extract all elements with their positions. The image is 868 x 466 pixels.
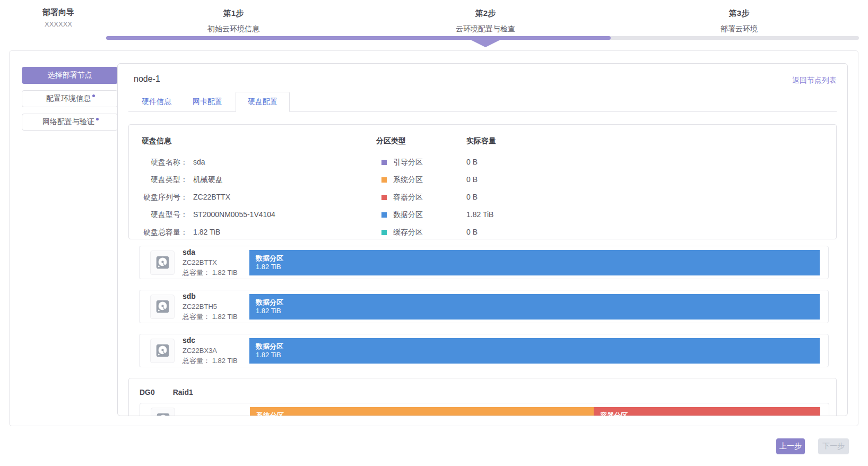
partition-label: 数据分区 <box>393 210 423 220</box>
step-3-label: 第3步 <box>675 8 803 19</box>
partition-legend: 系统分区 <box>376 171 466 188</box>
partition-label: 系统分区 <box>393 175 423 185</box>
partition-label: 引导分区 <box>393 158 423 167</box>
tab-disk-config[interactable]: 硬盘配置 <box>236 92 290 112</box>
sidebar-item-select-deploy-node[interactable]: 选择部署节点 <box>22 67 118 84</box>
disk-name: sda <box>183 248 249 257</box>
wizard-step-1: 第1步 初始云环境信息 <box>170 8 297 34</box>
wizard-header: 部署向导 XXXXXX 第1步 初始云环境信息 第2步 云环境配置与检查 第3步… <box>0 0 868 50</box>
raid-group-header: DG0 Raid1 <box>129 388 836 396</box>
field-label: 硬盘名称： <box>137 153 188 171</box>
partition-legend: 引导分区 <box>376 153 466 171</box>
raid-level: Raid1 <box>173 388 193 396</box>
partition-capacity: 0 B <box>466 171 828 188</box>
partition-segment-data[interactable]: 数据分区 1.82 TiB <box>249 338 820 364</box>
wizard-progress-fill <box>106 36 611 40</box>
field-label: 硬盘类型： <box>137 171 188 188</box>
disk-capacity-label: 总容量： <box>183 313 210 321</box>
segment-size: 1.82 TiB <box>256 351 820 359</box>
disk-name: sdc <box>183 336 249 345</box>
current-step-arrow-icon <box>471 40 500 47</box>
disk-row-sdd[interactable]: sdd 系统分区 容器分区 <box>140 403 829 416</box>
segment-size: 1.82 TiB <box>256 307 820 315</box>
wizard-brand: 部署向导 XXXXXX <box>27 7 90 28</box>
partition-bar: 系统分区 容器分区 <box>250 407 820 417</box>
actual-capacity-header: 实际容量 <box>466 136 828 153</box>
partition-legend: 缓存分区 <box>376 223 466 241</box>
partition-bar: 数据分区 1.82 TiB <box>249 250 820 275</box>
legend-square-icon <box>381 212 387 218</box>
segment-label: 系统分区 <box>256 411 594 417</box>
wizard-title: 部署向导 <box>27 7 90 18</box>
raid-group-dg0: DG0 Raid1 sdd <box>128 378 837 416</box>
legend-square-icon <box>381 177 387 183</box>
partition-segment-data[interactable]: 数据分区 1.82 TiB <box>249 294 820 320</box>
disk-row-sdc[interactable]: sdc ZC22BX3A 总容量： 1.82 TiB 数据分区 1.82 TiB <box>139 334 829 367</box>
disk-serial: ZC22BTTX <box>183 258 249 267</box>
sidebar: 选择部署节点 配置环境信息 网络配置与验证 <box>22 67 118 137</box>
hard-disk-icon <box>151 408 175 417</box>
tab-hardware-info[interactable]: 硬件信息 <box>134 92 179 112</box>
partition-label: 缓存分区 <box>393 228 423 237</box>
node-detail-panel: node-1 返回节点列表 硬件信息 网卡配置 硬盘配置 硬盘信息 分区类型 实… <box>117 63 848 416</box>
wizard-step-2: 第2步 云环境配置与检查 <box>422 8 549 34</box>
legend-square-icon <box>381 195 387 200</box>
disk-serial: ZC22BX3A <box>183 346 249 355</box>
field-value: 1.82 TiB <box>188 223 376 241</box>
field-value: 机械硬盘 <box>188 171 376 188</box>
segment-label: 数据分区 <box>256 254 820 263</box>
sidebar-item-label: 配置环境信息 <box>46 94 91 103</box>
disk-capacity: 总容量： 1.82 TiB <box>183 268 249 277</box>
deploy-card: 选择部署节点 配置环境信息 网络配置与验证 node-1 返回节点列表 硬件信息… <box>9 50 858 426</box>
field-value: sda <box>188 153 376 171</box>
partition-segment-container[interactable]: 容器分区 <box>594 407 820 417</box>
notice-dot-icon <box>92 94 95 97</box>
partition-label: 容器分区 <box>393 193 423 202</box>
field-label: 硬盘序列号： <box>137 188 188 206</box>
disk-meta: sdc ZC22BX3A 总容量： 1.82 TiB <box>183 336 249 365</box>
field-label: 硬盘总容量： <box>137 223 188 241</box>
disk-info-box: 硬盘信息 分区类型 实际容量 硬盘名称： sda 引导分区 0 B 硬盘类型： <box>128 124 837 239</box>
disk-capacity-value: 1.82 TiB <box>212 313 238 321</box>
legend-square-icon <box>381 230 387 235</box>
sidebar-item-label: 网络配置与验证 <box>42 117 94 127</box>
disk-name: sdd <box>183 415 250 416</box>
disk-config-content: 硬盘信息 分区类型 实际容量 硬盘名称： sda 引导分区 0 B 硬盘类型： <box>118 124 847 416</box>
wizard-subtitle: XXXXXX <box>27 20 90 28</box>
partition-segment-data[interactable]: 数据分区 1.82 TiB <box>249 250 820 275</box>
disk-capacity-label: 总容量： <box>183 269 210 277</box>
partition-type-header: 分区类型 <box>376 136 466 153</box>
legend-square-icon <box>381 160 387 165</box>
segment-label: 容器分区 <box>600 411 820 417</box>
partition-capacity: 1.82 TiB <box>466 206 828 223</box>
notice-dot-icon <box>96 118 99 120</box>
disk-name: sdb <box>183 292 249 301</box>
partition-legend: 容器分区 <box>376 188 466 206</box>
partition-segment-system[interactable]: 系统分区 <box>250 407 594 417</box>
segment-size: 1.82 TiB <box>256 263 820 271</box>
partition-bar: 数据分区 1.82 TiB <box>249 294 820 320</box>
disk-capacity: 总容量： 1.82 TiB <box>183 356 249 365</box>
tab-bar: 硬件信息 网卡配置 硬盘配置 <box>128 92 837 112</box>
previous-step-button[interactable]: 上一步 <box>776 438 805 454</box>
sidebar-item-label: 选择部署节点 <box>48 71 92 80</box>
field-value: ST2000NM0055-1V4104 <box>188 206 376 223</box>
disk-capacity-value: 1.82 TiB <box>212 357 238 365</box>
wizard-step-3: 第3步 部署云环境 <box>675 8 803 34</box>
back-to-node-list-link[interactable]: 返回节点列表 <box>792 76 837 85</box>
step-2-label: 第2步 <box>422 8 549 19</box>
next-step-button[interactable]: 下一步 <box>818 438 849 454</box>
disk-row-sda[interactable]: sda ZC22BTTX 总容量： 1.82 TiB 数据分区 1.82 TiB <box>139 246 829 279</box>
disk-meta: sdd <box>183 415 250 416</box>
partition-capacity: 0 B <box>466 223 828 241</box>
partition-capacity: 0 B <box>466 188 828 206</box>
field-label: 硬盘型号： <box>137 206 188 223</box>
disk-row-sdb[interactable]: sdb ZC22BTH5 总容量： 1.82 TiB 数据分区 1.82 TiB <box>139 290 829 323</box>
disk-capacity-value: 1.82 TiB <box>212 269 238 277</box>
segment-label: 数据分区 <box>256 298 820 307</box>
sidebar-item-network-config-verify[interactable]: 网络配置与验证 <box>22 114 118 131</box>
tab-nic-config[interactable]: 网卡配置 <box>185 92 230 112</box>
disk-info-title: 硬盘信息 <box>137 136 376 153</box>
sidebar-item-config-env-info[interactable]: 配置环境信息 <box>22 90 118 107</box>
partition-capacity: 0 B <box>466 153 828 171</box>
